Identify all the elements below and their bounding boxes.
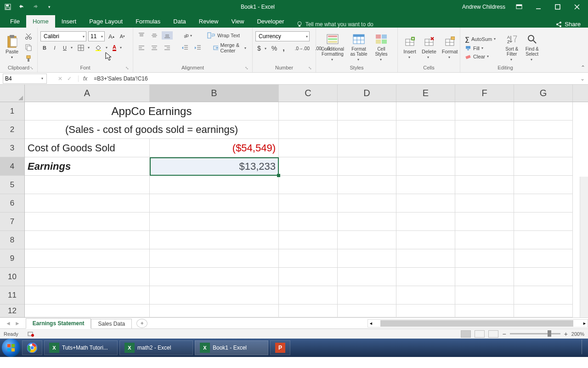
clipboard-launcher-icon[interactable]: ⤡ [30,66,34,70]
cell[interactable] [25,268,150,286]
cell[interactable] [455,121,514,139]
increase-indent-button[interactable] [192,44,204,52]
cell[interactable] [338,194,396,213]
row-header[interactable]: 11 [0,286,24,305]
cell[interactable] [25,213,150,231]
cell[interactable] [338,176,396,194]
cell[interactable] [25,286,150,305]
fill-button[interactable]: Fill▾ [463,45,499,52]
cell[interactable] [396,194,455,213]
align-bottom-button[interactable] [162,31,173,40]
select-all-button[interactable] [0,85,24,102]
cell[interactable]: (Sales - cost of goods sold = earnings) [25,121,279,139]
cell[interactable] [279,157,338,176]
italic-button[interactable]: I [51,44,59,52]
cell[interactable] [396,121,455,139]
cell[interactable] [150,268,279,286]
cell[interactable] [514,194,573,213]
cancel-formula-icon[interactable]: ✕ [58,75,62,82]
page-layout-view-button[interactable] [475,330,485,338]
align-left-button[interactable] [136,44,147,52]
taskbar-item[interactable]: X math2 - Excel [119,340,193,355]
cell[interactable] [455,213,514,231]
cell[interactable] [455,102,514,121]
name-box[interactable]: B4▾ [3,74,47,84]
column-header[interactable]: G [514,85,573,102]
cell[interactable] [514,231,573,249]
comma-format-button[interactable]: , [281,43,286,53]
tab-formulas[interactable]: Formulas [129,15,167,28]
cell[interactable] [455,231,514,249]
cell[interactable] [455,176,514,194]
row-header[interactable]: 3 [0,139,24,157]
row-header[interactable]: 5 [0,176,24,194]
cell[interactable] [338,157,396,176]
cell[interactable] [150,305,279,317]
cell[interactable] [514,176,573,194]
delete-cells-button[interactable]: Delete▾ [419,34,439,60]
row-header[interactable]: 6 [0,194,24,213]
cell[interactable] [150,286,279,305]
cell[interactable] [455,194,514,213]
column-header[interactable]: A [25,85,150,102]
column-header[interactable]: B [150,85,279,102]
sheet-tab-active[interactable]: Earnings Statement [26,318,91,329]
font-launcher-icon[interactable]: ⤡ [125,66,129,70]
cell[interactable] [338,213,396,231]
zoom-level[interactable]: 200% [571,331,584,337]
align-middle-button[interactable] [149,31,160,40]
autosum-button[interactable]: ∑AutoSum▾ [463,34,499,44]
cell[interactable] [279,102,338,121]
cell[interactable] [514,121,573,139]
cell-styles-button[interactable]: Cell Styles▾ [371,32,391,63]
fill-handle[interactable] [277,174,280,177]
row-header[interactable]: 1 [0,102,24,121]
taskbar-chrome[interactable] [22,340,42,355]
orientation-button[interactable]: ab▾ [181,31,195,40]
decrease-font-button[interactable]: A▾ [118,33,127,40]
cell[interactable] [338,121,396,139]
alignment-launcher-icon[interactable]: ⤡ [245,66,249,70]
increase-decimal-button[interactable]: .0→.00 [293,45,311,52]
cell[interactable] [279,194,338,213]
cell[interactable] [514,249,573,268]
bold-button[interactable]: B [40,44,49,52]
merge-center-button[interactable]: Merge & Center▾ [211,41,249,54]
underline-button[interactable]: U [61,44,69,52]
cell[interactable] [150,194,279,213]
cell[interactable] [279,231,338,249]
minimize-icon[interactable] [533,1,544,12]
copy-button[interactable] [23,43,34,52]
cell[interactable] [279,139,338,157]
taskbar-item[interactable]: X Book1 - Excel [195,340,268,355]
increase-font-button[interactable]: A▴ [107,32,116,41]
normal-view-button[interactable] [461,330,471,338]
cell[interactable] [338,231,396,249]
fill-color-button[interactable] [93,44,104,52]
cell[interactable]: Cost of Goods Sold [25,139,150,157]
collapse-ribbon-icon[interactable]: ⌃ [581,64,585,71]
paste-button[interactable]: Paste ▾ [3,34,21,60]
cell[interactable] [455,305,514,317]
row-header[interactable]: 9 [0,249,24,268]
zoom-slider[interactable] [510,333,560,334]
cell[interactable] [396,305,455,317]
tab-data[interactable]: Data [167,15,192,28]
tell-me-search[interactable]: Tell me what you want to do [291,21,373,28]
tab-home[interactable]: Home [26,15,55,28]
align-center-button[interactable] [149,44,160,52]
taskbar-powerpoint[interactable]: P [270,340,290,355]
user-name[interactable]: Andrew Childress [462,4,505,10]
cell[interactable] [514,268,573,286]
wrap-text-button[interactable]: Wrap Text [205,31,242,40]
tab-insert[interactable]: Insert [55,15,83,28]
cell[interactable] [514,102,573,121]
decrease-indent-button[interactable] [180,44,191,52]
underline-dropdown-icon[interactable]: ▾ [71,46,74,50]
insert-cells-button[interactable]: Insert▾ [401,34,419,60]
sort-filter-button[interactable]: AZ Sort & Filter▾ [502,32,522,63]
accounting-format-button[interactable]: $ [255,44,263,53]
cell[interactable] [338,102,396,121]
undo-icon[interactable] [17,3,26,11]
font-color-dropdown-icon[interactable]: ▾ [120,46,123,50]
